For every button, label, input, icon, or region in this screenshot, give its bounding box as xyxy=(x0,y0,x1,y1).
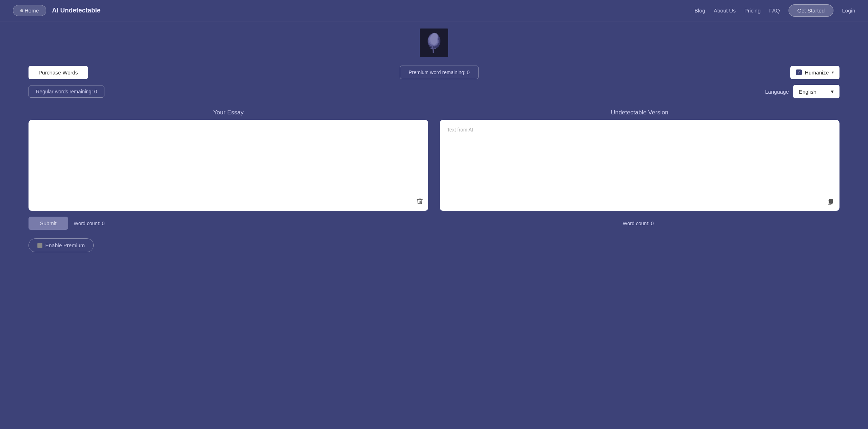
enable-premium-row: Enable Premium xyxy=(29,238,839,252)
controls-row-1: Purchase Words Premium word remaining: 0… xyxy=(29,66,839,79)
home-button[interactable]: Home xyxy=(13,5,46,16)
main-content: Purchase Words Premium word remaining: 0… xyxy=(0,21,868,259)
trash-icon[interactable] xyxy=(416,198,423,207)
language-value: English xyxy=(799,89,816,95)
submit-left: Submit Word count: 0 xyxy=(29,217,431,230)
submit-button[interactable]: Submit xyxy=(29,217,68,230)
enable-premium-label: Enable Premium xyxy=(45,242,85,248)
nav-link-about[interactable]: About Us xyxy=(714,7,736,14)
logo xyxy=(420,29,448,57)
home-icon xyxy=(20,9,23,12)
login-link[interactable]: Login xyxy=(842,7,855,14)
get-started-button[interactable]: Get Started xyxy=(789,4,834,17)
word-count-right: Word count: 0 xyxy=(623,221,654,226)
nav-link-blog[interactable]: Blog xyxy=(694,7,705,14)
enable-premium-button[interactable]: Enable Premium xyxy=(29,238,94,252)
undetectable-title: Undetectable Version xyxy=(440,109,839,116)
humanize-label: Humanize xyxy=(805,69,829,76)
language-select[interactable]: English ▾ xyxy=(793,85,839,98)
brand-name: AI Undetectable xyxy=(52,7,100,14)
logo-container xyxy=(29,29,839,57)
humanize-checkbox[interactable]: ✓ xyxy=(796,69,802,75)
essay-editor-box xyxy=(29,120,428,211)
nav-link-faq[interactable]: FAQ xyxy=(769,7,780,14)
humanize-chevron-icon: ▾ xyxy=(832,70,834,75)
essay-title: Your Essay xyxy=(29,109,428,116)
language-control: Language English ▾ xyxy=(765,85,839,98)
essay-editor-col: Your Essay xyxy=(29,109,428,211)
nav-link-pricing[interactable]: Pricing xyxy=(744,7,761,14)
language-label: Language xyxy=(765,89,789,95)
editors-row: Your Essay Undetectable Version Tex xyxy=(29,109,839,211)
nav-right: Blog About Us Pricing FAQ Get Started Lo… xyxy=(694,4,855,17)
undetectable-editor-box: Text from AI xyxy=(440,120,839,211)
language-chevron-icon: ▾ xyxy=(831,88,834,95)
word-count-left: Word count: 0 xyxy=(74,221,105,226)
undetectable-editor-col: Undetectable Version Text from AI xyxy=(440,109,839,211)
submit-row: Submit Word count: 0 Word count: 0 xyxy=(29,217,839,230)
humanize-control[interactable]: ✓ Humanize ▾ xyxy=(790,66,839,79)
nav-left: Home AI Undetectable xyxy=(13,5,100,16)
premium-words-badge: Premium word remaining: 0 xyxy=(400,66,479,79)
premium-icon xyxy=(37,243,42,248)
logo-svg xyxy=(420,29,448,57)
controls-row-2: Regular words remaining: 0 Language Engl… xyxy=(29,85,839,98)
home-label: Home xyxy=(25,7,39,14)
undetectable-placeholder: Text from AI xyxy=(445,125,834,134)
regular-words-badge: Regular words remaining: 0 xyxy=(29,86,104,98)
navigation: Home AI Undetectable Blog About Us Prici… xyxy=(0,0,868,21)
essay-textarea[interactable] xyxy=(34,125,423,204)
submit-right: Word count: 0 xyxy=(437,221,839,226)
purchase-words-button[interactable]: Purchase Words xyxy=(29,66,88,79)
copy-icon[interactable] xyxy=(827,198,835,207)
